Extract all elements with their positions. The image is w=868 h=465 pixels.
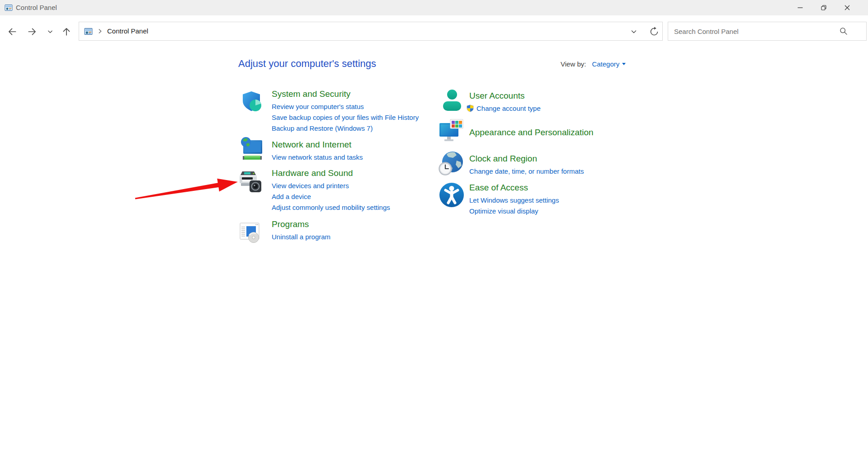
uac-shield-icon	[467, 104, 474, 112]
category-title[interactable]: Ease of Access	[469, 182, 628, 193]
address-dropdown-button[interactable]	[629, 27, 640, 37]
forward-icon	[27, 26, 38, 37]
category-link[interactable]: Save backup copies of your files with Fi…	[272, 112, 430, 123]
back-icon	[7, 26, 18, 37]
category-appearance-and-personalization: Appearance and Personalization	[439, 119, 628, 138]
programs-icon[interactable]	[238, 220, 262, 244]
category-link[interactable]: Review your computer's status	[272, 101, 430, 112]
control-panel-icon	[84, 27, 93, 36]
up-button[interactable]	[61, 26, 72, 38]
search-box	[668, 22, 867, 41]
category-system-and-security: System and Security Review your computer…	[241, 89, 430, 133]
category-link[interactable]: Change account type	[467, 103, 628, 114]
forward-button[interactable]	[26, 26, 38, 38]
window-title: Control Panel	[16, 0, 57, 15]
recent-locations-icon	[46, 27, 55, 36]
category-network-and-internet: Network and Internet View network status…	[241, 138, 430, 162]
restore-icon	[821, 5, 826, 10]
category-link[interactable]: Change date, time, or number formats	[469, 166, 628, 176]
category-hardware-and-sound: Hardware and Sound View devices and prin…	[241, 168, 430, 213]
category-title[interactable]: Hardware and Sound	[272, 168, 430, 179]
maximize-button[interactable]	[812, 0, 835, 15]
category-title[interactable]: Programs	[272, 219, 430, 230]
address-bar[interactable]: Control Panel	[79, 22, 663, 41]
network-and-internet-icon[interactable]	[241, 137, 264, 162]
category-title[interactable]: Appearance and Personalization	[469, 127, 628, 138]
category-link[interactable]: Let Windows suggest settings	[469, 195, 628, 205]
close-button[interactable]	[835, 0, 859, 15]
red-arrow-annotation	[0, 0, 868, 465]
ease-of-access-icon[interactable]	[439, 182, 465, 208]
refresh-button[interactable]	[649, 27, 659, 37]
appearance-and-personalization-icon[interactable]	[439, 119, 464, 145]
minimize-button[interactable]	[788, 0, 812, 15]
page-title: Adjust your computer's settings	[238, 58, 376, 70]
recent-locations-button[interactable]	[44, 26, 56, 38]
address-dropdown-icon	[629, 27, 639, 37]
system-and-security-icon[interactable]	[241, 90, 263, 113]
category-link[interactable]: Optimize visual display	[469, 206, 628, 216]
view-by-dropdown[interactable]: Category	[592, 60, 626, 68]
window-controls	[788, 0, 859, 15]
category-clock-and-region: Clock and Region Change date, time, or n…	[439, 151, 628, 176]
view-by-control: View by:Category	[561, 60, 626, 68]
refresh-icon	[649, 27, 659, 37]
breadcrumb-chevron-icon[interactable]	[96, 28, 104, 35]
category-link[interactable]: Backup and Restore (Windows 7)	[272, 123, 430, 133]
minimize-icon	[797, 5, 803, 10]
category-link[interactable]: View devices and printers	[272, 180, 430, 191]
category-link[interactable]: Uninstall a program	[272, 232, 430, 242]
category-title[interactable]: Clock and Region	[469, 153, 628, 164]
category-title[interactable]: User Accounts	[469, 90, 628, 101]
category-link[interactable]: Add a device	[272, 191, 430, 202]
category-programs: Programs Uninstall a program	[241, 219, 430, 242]
search-input[interactable]	[668, 22, 840, 40]
category-user-accounts: User Accounts Change account type	[439, 90, 628, 114]
titlebar[interactable]: Control Panel	[0, 0, 868, 15]
chevron-down-icon	[622, 63, 626, 65]
control-panel-icon	[5, 4, 13, 12]
hardware-and-sound-icon[interactable]	[237, 171, 264, 194]
up-icon	[61, 26, 72, 37]
category-ease-of-access: Ease of Access Let Windows suggest setti…	[439, 181, 628, 216]
control-panel-window: { "window": { "title": "Control Panel" }…	[0, 0, 868, 465]
category-link[interactable]: View network status and tasks	[272, 152, 430, 162]
category-title[interactable]: Network and Internet	[272, 139, 430, 150]
back-button[interactable]	[6, 26, 18, 38]
category-title[interactable]: System and Security	[272, 89, 430, 100]
view-by-label: View by:	[561, 60, 586, 68]
user-accounts-icon[interactable]	[440, 88, 464, 114]
clock-and-region-icon[interactable]	[439, 151, 465, 177]
close-icon	[844, 5, 850, 10]
breadcrumb-item-control-panel[interactable]: Control Panel	[107, 22, 148, 40]
category-link[interactable]: Adjust commonly used mobility settings	[272, 202, 430, 213]
search-icon[interactable]	[839, 27, 848, 36]
